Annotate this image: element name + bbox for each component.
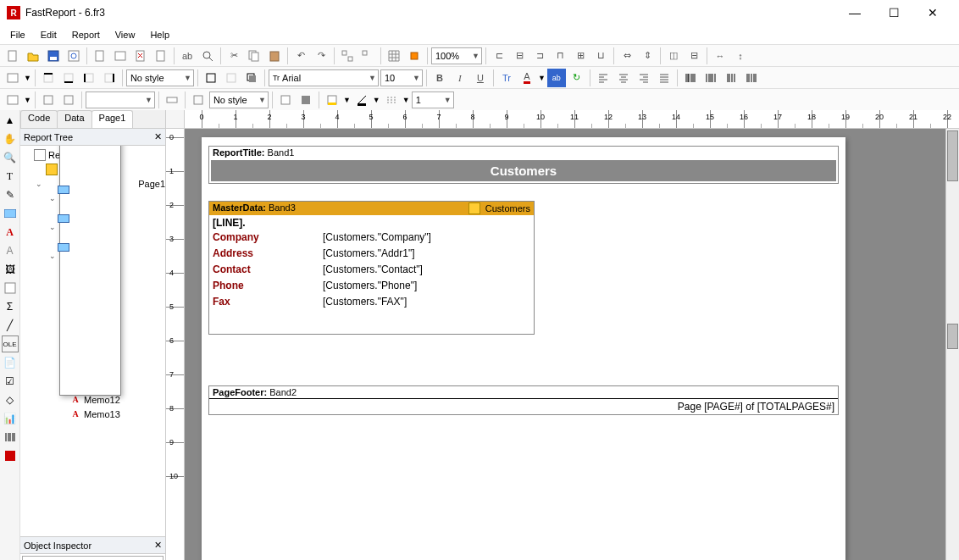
save-icon[interactable] bbox=[44, 47, 63, 65]
center-v-icon[interactable]: ⊟ bbox=[685, 47, 703, 65]
paste-icon[interactable] bbox=[265, 47, 284, 65]
cut-icon[interactable]: ✂ bbox=[225, 47, 243, 65]
vertical-scrollbar[interactable] bbox=[945, 129, 959, 560]
frame-right-icon[interactable] bbox=[100, 69, 119, 87]
menu-view[interactable]: View bbox=[108, 28, 142, 42]
line-width-combo[interactable]: 1▼ bbox=[412, 91, 454, 108]
font-color-icon[interactable]: A bbox=[518, 69, 536, 87]
frame-left-icon[interactable] bbox=[80, 69, 98, 87]
chart-tool[interactable]: 📊 bbox=[2, 410, 19, 427]
band-pagefooter[interactable]: PageFooter: Band2 Page [PAGE#] of [TOTAL… bbox=[208, 385, 839, 415]
rich-tool[interactable]: 📄 bbox=[2, 354, 19, 371]
align-mid-icon[interactable]: ⊞ bbox=[571, 47, 590, 65]
page-dialog-icon[interactable] bbox=[111, 47, 130, 65]
fill-color-icon[interactable] bbox=[323, 91, 341, 109]
sum-tool[interactable]: Σ bbox=[2, 298, 19, 315]
memo-line[interactable]: [LINE]. bbox=[213, 217, 530, 229]
style2-combo[interactable]: No style▼ bbox=[209, 91, 269, 108]
same-h-icon[interactable]: ↕ bbox=[731, 47, 750, 65]
picture-tool[interactable]: 🖼 bbox=[2, 261, 19, 278]
close-oi-icon[interactable]: ✕ bbox=[154, 540, 162, 551]
tree-node[interactable]: ⌄Page1 bbox=[20, 176, 165, 191]
line-tool[interactable]: ╱ bbox=[2, 317, 19, 334]
text-justify-icon[interactable] bbox=[655, 69, 674, 87]
ungroup-icon[interactable] bbox=[358, 47, 377, 65]
grid-icon[interactable] bbox=[385, 47, 403, 65]
font-combo[interactable]: TrArial▼ bbox=[269, 69, 379, 86]
text-tool[interactable]: T bbox=[2, 168, 19, 185]
memo-pagefooter[interactable]: Page [PAGE#] of [TOTALPAGES#] bbox=[209, 398, 838, 414]
menu-report[interactable]: Report bbox=[65, 28, 107, 42]
tab-code[interactable]: Code bbox=[20, 110, 58, 128]
space-h-icon[interactable]: ⇔ bbox=[618, 47, 636, 65]
line-style-icon[interactable] bbox=[382, 91, 401, 109]
undo-icon[interactable]: ↶ bbox=[291, 47, 310, 65]
frame-all-icon[interactable] bbox=[202, 69, 220, 87]
band-tool[interactable] bbox=[2, 205, 19, 222]
format-tool[interactable]: ✎ bbox=[2, 186, 19, 203]
horizontal-ruler[interactable]: 01234567891011121314151617181920212223 bbox=[185, 110, 959, 129]
hand-tool[interactable]: ✋ bbox=[2, 130, 19, 147]
frame-bot-icon[interactable] bbox=[59, 69, 78, 87]
vertical-ruler[interactable]: 012345678910 bbox=[166, 129, 185, 560]
memo-row[interactable]: Contact[Customers."Contact"] bbox=[213, 261, 530, 277]
vars-icon[interactable]: ab bbox=[178, 47, 197, 65]
italic-icon[interactable]: I bbox=[451, 69, 469, 87]
redo-icon[interactable]: ↷ bbox=[312, 47, 330, 65]
minimize-button[interactable]: — bbox=[835, 0, 874, 25]
center-h-icon[interactable]: ◫ bbox=[664, 47, 683, 65]
style-combo[interactable]: No style▼ bbox=[126, 69, 194, 86]
frame-top-icon[interactable] bbox=[39, 69, 58, 87]
close-tree-icon[interactable]: ✕ bbox=[154, 131, 162, 142]
menu-help[interactable]: Help bbox=[143, 28, 176, 42]
highlight-icon[interactable]: ab bbox=[547, 69, 566, 87]
copy-icon[interactable] bbox=[245, 47, 263, 65]
fill-icon[interactable] bbox=[276, 91, 295, 109]
page-new-icon[interactable] bbox=[91, 47, 109, 65]
memo-tool[interactable]: A bbox=[2, 224, 19, 241]
memo-row[interactable]: Fax[Customers."FAX"] bbox=[213, 293, 530, 309]
underline-icon[interactable]: U bbox=[471, 69, 490, 87]
check-tool[interactable]: ☑ bbox=[2, 373, 19, 390]
gradient-tool[interactable] bbox=[2, 447, 19, 464]
tree-node[interactable]: AMemo13 bbox=[20, 407, 165, 421]
memo-row[interactable]: Address[Customers."Addr1"] bbox=[213, 245, 530, 261]
open-icon[interactable] bbox=[24, 47, 42, 65]
band-reporttitle[interactable]: ReportTitle: Band1 Customers bbox=[208, 146, 839, 184]
band-masterdata[interactable]: MasterData: Band3Customers [LINE]. Compa… bbox=[208, 201, 535, 335]
barcode-tool[interactable] bbox=[2, 429, 19, 446]
zoom-combo[interactable]: 100%▼ bbox=[431, 47, 482, 64]
canvas[interactable]: ReportTitle: Band1 Customers MasterData:… bbox=[185, 129, 959, 560]
report-tree[interactable]: ReportData⌄Page1⌄Band1AMemo1⌄Band2AMemo2… bbox=[20, 146, 165, 536]
align-right-icon[interactable]: ⊐ bbox=[530, 47, 549, 65]
text-center-icon[interactable] bbox=[614, 69, 633, 87]
inherit-icon[interactable] bbox=[39, 91, 58, 109]
frame-shadow-icon[interactable] bbox=[242, 69, 261, 87]
memo-row[interactable]: Phone[Customers."Phone"] bbox=[213, 277, 530, 293]
text-right-icon[interactable] bbox=[635, 69, 653, 87]
same-w-icon[interactable]: ↔ bbox=[711, 47, 729, 65]
new-icon[interactable] bbox=[3, 47, 22, 65]
snap-icon[interactable] bbox=[405, 47, 424, 65]
group-icon[interactable] bbox=[338, 47, 357, 65]
ole-tool[interactable]: OLE bbox=[2, 335, 19, 352]
subreport-tool[interactable] bbox=[2, 280, 19, 297]
select-data-icon[interactable] bbox=[3, 69, 22, 87]
font-settings-icon[interactable]: Tr bbox=[497, 69, 516, 87]
inherit2-icon[interactable] bbox=[59, 91, 78, 109]
align-top-icon[interactable]: ⊓ bbox=[551, 47, 569, 65]
fill2-icon[interactable] bbox=[297, 91, 315, 109]
shape-tool[interactable]: ◇ bbox=[2, 391, 19, 408]
object-combo[interactable]: ▼ bbox=[86, 91, 155, 108]
align-left-icon[interactable]: ⊏ bbox=[490, 47, 508, 65]
page-delete-icon[interactable] bbox=[131, 47, 150, 65]
barcode4-icon[interactable] bbox=[742, 69, 761, 87]
tab-page1[interactable]: Page1 bbox=[91, 110, 134, 128]
tab-data[interactable]: Data bbox=[57, 110, 91, 128]
menu-file[interactable]: File bbox=[3, 28, 32, 42]
frame-none-icon[interactable] bbox=[222, 69, 241, 87]
oi-object-combo[interactable]: Page1: TfrxReportPage▼ bbox=[22, 556, 164, 560]
preview-icon[interactable] bbox=[64, 47, 83, 65]
fontsize-combo[interactable]: 10▼ bbox=[380, 69, 423, 86]
line-color-icon[interactable] bbox=[352, 91, 371, 109]
